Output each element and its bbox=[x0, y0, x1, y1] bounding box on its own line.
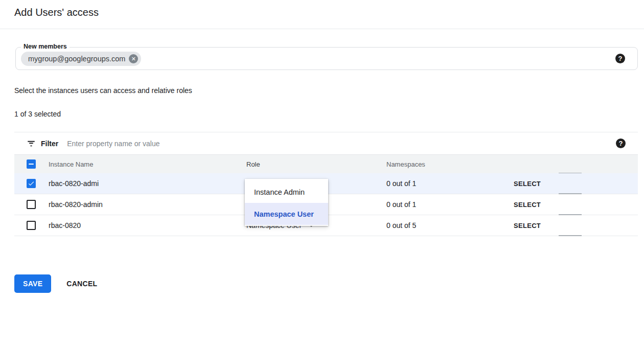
dialog-actions: SAVE CANCEL bbox=[14, 274, 97, 293]
row-checkbox[interactable] bbox=[27, 221, 36, 230]
header-divider bbox=[0, 29, 644, 29]
instructions-text: Select the instances users can access an… bbox=[14, 86, 192, 95]
namespaces-count: 0 out of 1 bbox=[386, 200, 514, 209]
select-namespaces-button[interactable]: SELECT bbox=[514, 180, 541, 188]
instance-name: rbac-0820-admin bbox=[49, 200, 246, 209]
filter-help-icon[interactable]: ? bbox=[616, 139, 626, 148]
member-chip: mygroup@googlegroups.com ✕ bbox=[21, 52, 141, 66]
member-chip-text: mygroup@googlegroups.com bbox=[28, 55, 125, 63]
new-members-field[interactable]: New members mygroup@googlegroups.com ✕ ? bbox=[15, 47, 638, 70]
filter-label: Filter bbox=[41, 140, 58, 148]
row-checkbox[interactable] bbox=[27, 200, 36, 209]
save-button[interactable]: SAVE bbox=[14, 274, 51, 293]
role-option-instance-admin[interactable]: Instance Admin bbox=[245, 181, 328, 203]
role-dropdown-menu: Instance Admin Namespace User bbox=[245, 179, 328, 226]
namespaces-count: 0 out of 1 bbox=[386, 179, 514, 188]
column-header-namespaces: Namespaces bbox=[386, 160, 514, 168]
filter-input[interactable]: Enter property name or value bbox=[67, 140, 616, 148]
check-icon bbox=[28, 180, 35, 187]
new-members-label: New members bbox=[21, 43, 70, 50]
add-users-access-dialog: Add Users' access New members mygroup@go… bbox=[0, 0, 644, 345]
instance-name: rbac-0820-admi bbox=[49, 179, 246, 188]
namespaces-count: 0 out of 5 bbox=[386, 221, 514, 229]
namespace-input-underline bbox=[559, 235, 582, 236]
row-checkbox[interactable] bbox=[27, 179, 36, 188]
instance-name: rbac-0820 bbox=[49, 221, 246, 229]
column-header-instance-name: Instance Name bbox=[49, 160, 246, 168]
filter-list-icon bbox=[27, 139, 36, 148]
page-title: Add Users' access bbox=[14, 7, 99, 18]
chip-remove-icon[interactable]: ✕ bbox=[129, 54, 138, 63]
cancel-button[interactable]: CANCEL bbox=[66, 280, 97, 288]
select-namespaces-button[interactable]: SELECT bbox=[514, 222, 541, 229]
role-option-namespace-user[interactable]: Namespace User bbox=[245, 203, 328, 225]
select-namespaces-button[interactable]: SELECT bbox=[514, 201, 541, 209]
filter-bar[interactable]: Filter Enter property name or value ? bbox=[14, 132, 638, 155]
selection-count: 1 of 3 selected bbox=[14, 110, 61, 118]
members-help-icon[interactable]: ? bbox=[615, 54, 625, 63]
column-header-role: Role bbox=[246, 160, 386, 168]
select-all-checkbox[interactable] bbox=[27, 159, 36, 169]
table-header-row: Instance Name Role Namespaces bbox=[14, 155, 638, 173]
indeterminate-dash-icon bbox=[29, 164, 34, 165]
